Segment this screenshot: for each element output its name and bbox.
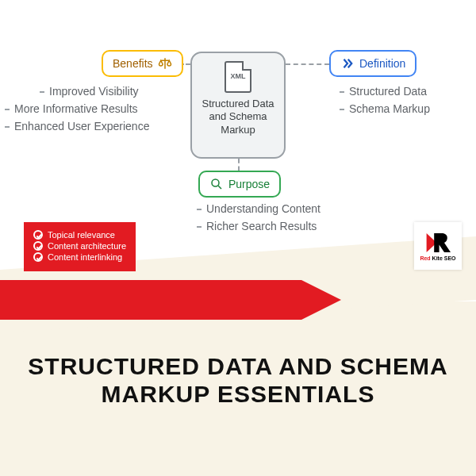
- logo: Red Kite SEO: [414, 222, 462, 270]
- checklist-label: Content interlinking: [48, 252, 122, 262]
- red-arrow-bar: [0, 280, 301, 320]
- checklist-box: Topical relevance Content architecture C…: [24, 222, 136, 271]
- logo-mark-icon: [425, 232, 451, 254]
- page-title: STRUCTURED DATA AND SCHEMA MARKUP ESSENT…: [0, 353, 476, 408]
- xml-document-icon: XML: [225, 61, 251, 93]
- logo-text: Red Kite SEO: [420, 255, 455, 261]
- benefits-item: More Informative Results: [14, 102, 138, 115]
- definition-item: Schema Markup: [349, 102, 430, 115]
- check-icon: [33, 230, 43, 240]
- checklist-label: Content architecture: [48, 241, 126, 251]
- branch-definition: Definition: [329, 50, 416, 77]
- tag-label: Definition: [359, 57, 405, 70]
- check-icon: [33, 241, 43, 251]
- tag-purpose: Purpose: [198, 171, 281, 198]
- benefits-item: Improved Visibility: [49, 85, 139, 98]
- center-node: XML Structured Data and Schema Markup: [190, 52, 286, 159]
- checklist-item: Content architecture: [33, 241, 126, 251]
- connector: [286, 63, 329, 65]
- center-label: Structured Data and Schema Markup: [198, 98, 278, 136]
- chevrons-right-icon: [340, 56, 355, 71]
- checklist-item: Topical relevance: [33, 230, 126, 240]
- connector: [238, 159, 240, 171]
- checklist-item: Content interlinking: [33, 252, 126, 262]
- svg-point-0: [212, 179, 219, 186]
- branch-purpose: Purpose: [198, 171, 281, 198]
- checklist-label: Topical relevance: [48, 230, 115, 240]
- definition-item: Structured Data: [349, 85, 427, 98]
- branch-benefits: Benefits: [102, 50, 183, 77]
- doc-icon-label: XML: [226, 72, 250, 80]
- tag-label: Benefits: [113, 57, 153, 70]
- purpose-item: Richer Search Results: [206, 220, 317, 232]
- check-icon: [33, 252, 43, 262]
- scales-icon: [158, 56, 172, 71]
- magnifier-icon: [209, 177, 224, 191]
- benefits-item: Enhanced User Experience: [14, 120, 149, 132]
- tag-label: Purpose: [228, 178, 270, 190]
- tag-definition: Definition: [329, 50, 416, 77]
- mindmap: XML Structured Data and Schema Markup Be…: [0, 12, 476, 250]
- purpose-item: Understanding Content: [206, 202, 321, 215]
- tag-benefits: Benefits: [102, 50, 183, 77]
